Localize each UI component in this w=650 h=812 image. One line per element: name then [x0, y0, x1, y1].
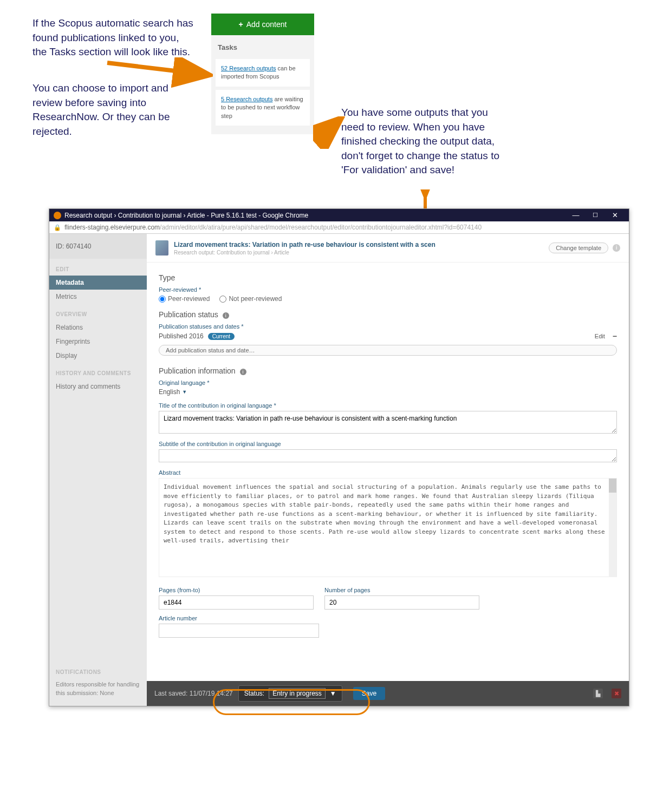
info-icon[interactable]: i [240, 369, 246, 375]
pages-input[interactable] [159, 595, 314, 610]
editor-main: Lizard movement tracks: Variation in pat… [147, 234, 629, 706]
lock-icon: 🔒 [54, 224, 61, 231]
url-host: flinders-staging.elsevierpure.com [64, 224, 160, 231]
window-maximize-button[interactable]: ☐ [586, 212, 605, 219]
app-icon [54, 212, 61, 219]
add-content-label: Add content [246, 20, 287, 29]
status-value: Entry in progress [269, 688, 326, 699]
footer-tool-icon[interactable]: ▙ [593, 689, 603, 698]
orig-lang-dropdown[interactable]: English ▼ [159, 388, 617, 396]
form-area[interactable]: Type Peer-reviewed * Peer-reviewed Not p… [147, 263, 629, 681]
instruction-right: You have some outputs that you need to r… [341, 106, 509, 178]
abstract-input[interactable] [164, 481, 612, 573]
status-dropdown[interactable]: Status: Entry in progress ▼ [238, 685, 342, 702]
save-button[interactable]: Save [353, 687, 385, 700]
sidebar-section-overview: OVERVIEW [49, 304, 147, 320]
task-card-import[interactable]: 52 Research outputs can be imported from… [216, 59, 310, 87]
footer-close-icon[interactable]: ✖ [612, 689, 621, 698]
add-pub-status-button[interactable]: Add publication status and date… [159, 345, 617, 356]
instruction-left-top: If the Scopus automatic search has found… [32, 16, 195, 60]
sidebar-section-edit: EDIT [49, 259, 147, 276]
label-peer-reviewed: Peer-reviewed * [159, 286, 617, 293]
sidebar-section-notifications: NOTIFICATIONS [49, 662, 147, 678]
address-bar[interactable]: 🔒 flinders-staging.elsevierpure.com/admi… [49, 221, 629, 234]
numpages-input[interactable] [324, 595, 479, 610]
sidebar-item-metadata[interactable]: Metadata [49, 276, 147, 290]
record-title: Lizard movement tracks: Variation in pat… [174, 241, 549, 248]
section-pub-status: Publication status i [159, 310, 617, 319]
change-template-button[interactable]: Change template [549, 243, 608, 253]
plus-icon: + [239, 20, 243, 29]
status-bar: Last saved: 11/07/19 14:27 Status: Entry… [147, 681, 629, 706]
tasks-section-label: Tasks [211, 35, 314, 56]
task-link-import[interactable]: 52 Research outputs [221, 65, 276, 71]
section-pub-info: Publication information i [159, 366, 617, 375]
remove-pub-status-button[interactable]: − [613, 332, 617, 340]
abstract-wrapper [159, 478, 617, 577]
editor-window: Research output › Contribution to journa… [49, 208, 629, 706]
last-saved-label: Last saved: 11/07/19 14:27 [154, 690, 233, 697]
url-path: /admin/editor/dk/atira/pure/api/shared/m… [160, 224, 482, 231]
window-close-button[interactable]: ✕ [605, 211, 625, 219]
label-numpages: Number of pages [324, 587, 479, 593]
radio-peer-no[interactable]: Not peer-reviewed [219, 295, 282, 303]
article-number-input[interactable] [159, 624, 319, 638]
caret-down-icon: ▼ [330, 690, 336, 697]
current-badge: Current [208, 333, 235, 340]
label-article-number: Article number [159, 615, 617, 621]
radio-peer-yes-label: Peer-reviewed [168, 295, 210, 303]
title-input[interactable] [159, 411, 617, 434]
edit-pub-status-button[interactable]: Edit [595, 333, 605, 339]
label-title: Title of the contribution in original la… [159, 402, 617, 409]
radio-peer-no-label: Not peer-reviewed [229, 295, 282, 303]
task-card-workflow[interactable]: 5 Research outputs are waiting to be pus… [216, 90, 310, 126]
annotation-arrow-review [313, 116, 346, 149]
info-icon[interactable]: i [613, 244, 620, 252]
document-icon [155, 240, 168, 256]
record-id-label: ID: 6074140 [49, 234, 147, 259]
notification-text: Editors responsible for handling this su… [49, 678, 147, 706]
sidebar-item-fingerprints[interactable]: Fingerprints [49, 335, 147, 349]
add-content-button[interactable]: +Add content [211, 14, 314, 35]
section-type: Type [159, 273, 617, 282]
info-icon[interactable]: i [223, 312, 229, 319]
subtitle-input[interactable] [159, 449, 617, 462]
window-minimize-button[interactable]: — [566, 211, 586, 219]
annotation-arrow-task [105, 57, 213, 90]
sidebar-item-display[interactable]: Display [49, 349, 147, 363]
label-pages: Pages (from-to) [159, 587, 314, 593]
sidebar-item-history[interactable]: History and comments [49, 379, 147, 394]
orig-lang-value: English [159, 388, 180, 396]
label-subtitle: Subtitle of the contribution in original… [159, 441, 617, 447]
radio-peer-yes[interactable]: Peer-reviewed [159, 295, 210, 303]
label-orig-lang: Original language * [159, 379, 617, 386]
window-titlebar[interactable]: Research output › Contribution to journa… [49, 209, 629, 221]
record-subtitle: Research output: Contribution to journal… [174, 250, 549, 256]
sidebar-section-history: HISTORY AND COMMENTS [49, 363, 147, 379]
task-link-workflow[interactable]: 5 Research outputs [221, 96, 272, 102]
window-title: Research output › Contribution to journa… [64, 212, 308, 219]
status-label: Status: [244, 690, 264, 697]
record-header: Lizard movement tracks: Variation in pat… [147, 234, 629, 263]
editor-sidebar: ID: 6074140 EDIT Metadata Metrics OVERVI… [49, 234, 147, 706]
caret-down-icon: ▼ [182, 389, 187, 395]
label-abstract: Abstract [159, 469, 617, 476]
sidebar-item-relations[interactable]: Relations [49, 320, 147, 335]
abstract-scrollbar[interactable] [609, 479, 616, 577]
tasks-panel: +Add content Tasks 52 Research outputs c… [211, 14, 314, 134]
label-pub-statuses: Publication statuses and dates * [159, 323, 617, 330]
pub-status-value: Published 2016 [159, 332, 204, 340]
sidebar-item-metrics[interactable]: Metrics [49, 290, 147, 304]
